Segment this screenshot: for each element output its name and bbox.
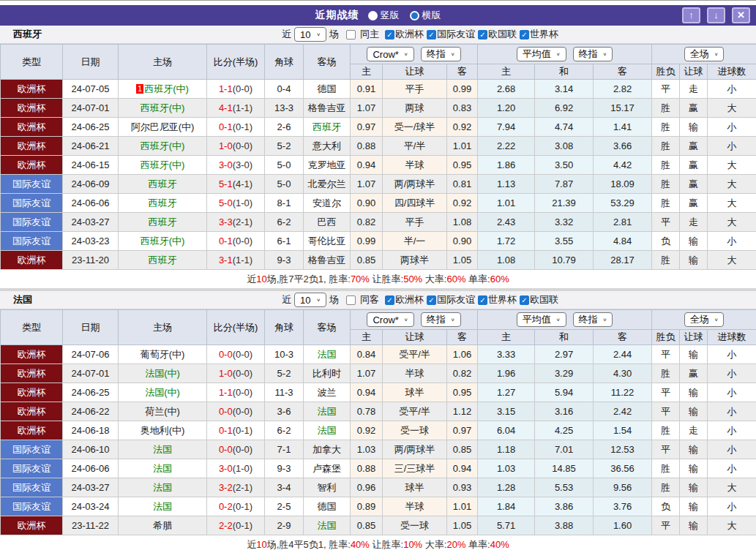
home-team-cell: 西班牙(中) (119, 99, 207, 118)
move-down-button[interactable]: ↓ (707, 7, 725, 23)
away-team-cell: 波兰 (304, 383, 351, 402)
competition-filter[interactable]: ✓世界杯 (517, 28, 558, 41)
move-up-button[interactable]: ↑ (682, 7, 700, 23)
handicap-line: 半球 (383, 497, 447, 516)
odds-provider-select[interactable]: Crow* ∨ (367, 47, 413, 61)
team-section: 西班牙 近 10 ∨ 场 同主 ✓欧洲杯✓国际友谊✓欧国联✓世界杯 (0, 26, 756, 288)
corner-cell: 5-2 (265, 137, 304, 156)
handicap-line: 平手 (383, 80, 447, 99)
handicap-odds-time-select[interactable]: 终指 ∨ (421, 312, 461, 327)
same-venue-checkbox[interactable] (346, 295, 356, 305)
result-handicap: 输 (680, 516, 708, 535)
competition-checkbox-checked[interactable]: ✓ (520, 295, 529, 305)
date-cell: 24-06-25 (63, 383, 119, 402)
result-goals: 大 (708, 99, 756, 118)
competition-checkbox-checked[interactable]: ✓ (427, 30, 436, 39)
col-header-date: 日期 (63, 45, 119, 80)
result-goals: 大 (708, 194, 756, 213)
handicap-home-odds: 0.91 (351, 80, 383, 99)
europe-away-odds: 53.29 (594, 194, 652, 213)
col-header-ah-away: 客 (447, 330, 478, 345)
home-team-cell: 法国 (119, 478, 207, 497)
col-header-corner: 角球 (265, 45, 304, 80)
corner-cell: 5-0 (265, 156, 304, 175)
competition-filter-label: 欧国联 (488, 28, 517, 41)
home-team-name: 西班牙 (149, 178, 177, 189)
date-cell: 24-06-06 (63, 459, 119, 478)
radio-horizontal-layout[interactable]: 横版 (410, 9, 441, 22)
competition-checkbox-checked[interactable]: ✓ (385, 295, 394, 305)
home-team-cell: 西班牙 (119, 194, 207, 213)
result-outcome: 胜 (652, 478, 680, 497)
fulltime-score: 1-0 (219, 140, 233, 151)
competition-filter[interactable]: ✓欧洲杯 (382, 293, 424, 306)
radio-unselected-icon (368, 11, 378, 20)
result-outcome: 胜 (652, 156, 680, 175)
match-count-select[interactable]: 10 ∨ (294, 27, 326, 42)
halftime-score: (0-0) (233, 140, 252, 151)
europe-draw-odds: 3.50 (535, 156, 594, 175)
match-period-select[interactable]: 全场 ∨ (684, 47, 725, 61)
odds-provider-value: Crow* (373, 49, 398, 60)
col-header-eu-draw: 和 (535, 64, 594, 80)
score-cell: 1-1(0-0) (207, 383, 265, 402)
handicap-home-odds: 1.07 (351, 99, 383, 118)
result-goals: 大 (708, 156, 756, 175)
competition-checkbox-checked[interactable]: ✓ (520, 30, 529, 39)
europe-odds-source-select[interactable]: 平均值 ∨ (517, 312, 566, 327)
europe-odds-time-select[interactable]: 终指 ∨ (573, 312, 613, 327)
match-period-select[interactable]: 全场 ∨ (684, 312, 725, 327)
radio-vertical-layout[interactable]: 竖版 (368, 9, 400, 22)
competition-checkbox-checked[interactable]: ✓ (478, 30, 487, 39)
halftime-score: (0-0) (233, 236, 252, 246)
date-cell: 24-06-25 (63, 118, 119, 137)
result-handicap: 输 (680, 478, 708, 497)
handicap-odds-time-select[interactable]: 终指 ∨ (421, 47, 461, 61)
europe-odds-time-select[interactable]: 终指 ∨ (573, 47, 613, 61)
match-row: 欧洲杯24-07-01法国(中)1-0(0-0)5-2比利时1.07半球0.82… (1, 364, 756, 383)
handicap-home-odds: 0.94 (351, 383, 383, 402)
corner-cell: 13-3 (265, 99, 304, 118)
away-team-cell: 德国 (304, 497, 351, 516)
match-row: 国际友谊24-03-27法国3-2(2-1)3-4智利0.96球半0.931.2… (1, 478, 756, 497)
match-count-select[interactable]: 10 ∨ (294, 293, 326, 307)
result-goals: 大 (708, 516, 756, 535)
competition-filter[interactable]: ✓欧国联 (517, 293, 558, 306)
competition-filter[interactable]: ✓国际友谊 (424, 293, 475, 306)
match-row: 国际友谊24-03-23西班牙(中)0-1(0-0)6-1哥伦比亚0.99半/一… (1, 232, 756, 251)
fulltime-score: 5-0 (219, 197, 233, 208)
europe-draw-odds: 6.92 (535, 99, 594, 118)
europe-away-odds: 4.84 (594, 232, 652, 251)
date-cell: 24-07-05 (63, 80, 119, 99)
summary-text: 让胜率: (370, 539, 403, 550)
competition-checkbox-checked[interactable]: ✓ (478, 295, 487, 305)
odds-provider-select[interactable]: Crow* ∨ (367, 312, 413, 327)
radio-selected-icon (410, 11, 419, 20)
same-venue-checkbox[interactable] (346, 30, 356, 39)
handicap-away-odds: 0.93 (447, 478, 478, 497)
competition-type-cell: 欧洲杯 (1, 402, 63, 421)
halftime-score: (0-0) (233, 444, 252, 455)
competition-filter[interactable]: ✓欧洲杯 (382, 28, 424, 41)
check-icon: ✓ (428, 296, 434, 304)
competition-type-cell: 欧洲杯 (1, 516, 63, 535)
handicap-line: 受一球 (383, 421, 447, 440)
close-button[interactable]: ✕ (732, 7, 750, 23)
away-team-name: 德国 (318, 501, 337, 512)
score-cell: 5-0(1-0) (207, 194, 265, 213)
competition-filter[interactable]: ✓国际友谊 (424, 28, 475, 41)
competition-filter[interactable]: ✓欧国联 (475, 28, 517, 41)
handicap-away-odds: 1.05 (447, 516, 478, 535)
score-cell: 3-1(1-1) (207, 251, 265, 270)
handicap-away-odds: 0.95 (447, 156, 478, 175)
match-row: 欧洲杯24-07-051西班牙(中)1-1(0-0)0-4德国0.91平手0.9… (1, 80, 756, 99)
europe-away-odds: 3.76 (594, 497, 652, 516)
competition-checkbox-checked[interactable]: ✓ (385, 30, 394, 39)
corner-cell: 0-4 (265, 80, 304, 99)
competition-checkbox-checked[interactable]: ✓ (427, 295, 436, 305)
check-icon: ✓ (386, 31, 392, 39)
competition-filters: ✓欧洲杯✓国际友谊✓欧国联✓世界杯 (382, 28, 558, 41)
europe-draw-odds: 3.08 (535, 137, 594, 156)
europe-odds-source-select[interactable]: 平均值 ∨ (517, 47, 566, 61)
competition-filter[interactable]: ✓世界杯 (475, 293, 517, 306)
